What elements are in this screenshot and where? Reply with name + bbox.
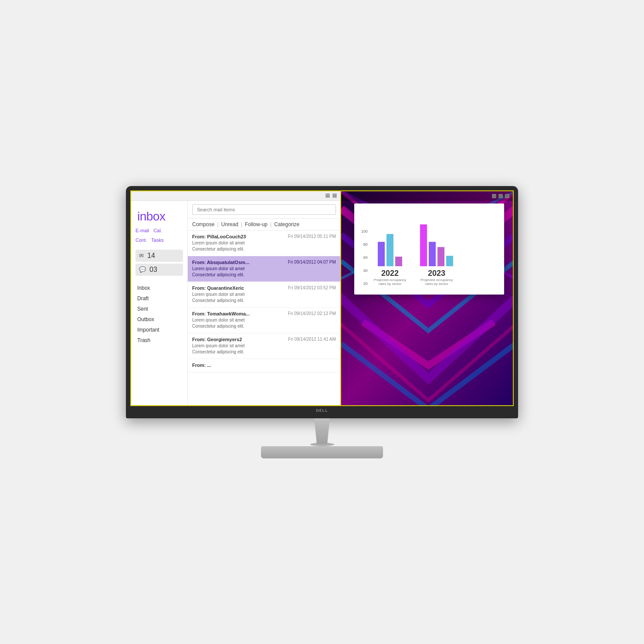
- chart-window: 100 80 60 40 20: [354, 203, 504, 295]
- brand-logo: DELL: [316, 408, 328, 413]
- email-item[interactable]: From: Georgiemyers2 Fri 09/14/2012 11:41…: [188, 333, 340, 359]
- chat-icon: 💬: [139, 266, 146, 273]
- followup-btn[interactable]: Follow-up: [245, 221, 268, 227]
- right-close-btn[interactable]: ✕: [505, 194, 509, 198]
- app-content: inbox E-mail Cal. Cont. Tasks ✉: [131, 201, 340, 405]
- email-date: Fri 09/14/2012 05:11 PM: [288, 234, 336, 239]
- mail-badge: ✉ 14: [136, 250, 183, 262]
- email-date: Fri 09/14/2012 02:13 PM: [288, 311, 336, 316]
- email-date: Fri 09/14/2012 11:41 AM: [288, 337, 336, 342]
- nav-tabs-2: Cont. Tasks: [131, 237, 187, 247]
- app-title: inbox: [131, 206, 187, 225]
- email-date: Fri 09/14/2012 04:07 PM: [288, 260, 336, 264]
- chat-count: 03: [149, 266, 157, 274]
- nav-tab-tasks[interactable]: Tasks: [151, 237, 163, 243]
- bar-2022-1: [378, 242, 385, 266]
- bar-2022-3: [395, 257, 402, 266]
- monitor-chin: DELL: [130, 406, 514, 415]
- email-body: Lorem ipsum dolor sit ametConsectetur ad…: [192, 343, 336, 355]
- stand-neck: [309, 418, 335, 444]
- chat-badge: 💬 03: [136, 264, 183, 276]
- email-body: Lorem ipsum dolor sit ametConsectetur ad…: [192, 266, 336, 278]
- minimize-btn[interactable]: —: [325, 193, 330, 198]
- titlebar-left: — □: [131, 191, 340, 201]
- chart-area: 100 80 60 40 20: [361, 210, 497, 286]
- categorize-btn[interactable]: Categorize: [274, 221, 299, 227]
- monitor-wrapper: — □ inbox E-mail Cal. Cont. Tasks: [126, 186, 518, 458]
- email-item[interactable]: From: QuarantineXeric Fri 09/14/2012 03:…: [188, 282, 340, 308]
- sidebar-item-trash[interactable]: Trash: [137, 335, 181, 346]
- nav-tab-calendar[interactable]: Cal.: [153, 228, 162, 233]
- y-label-40: 40: [361, 268, 368, 273]
- email-from: From: AbsquatulatOsm...: [192, 260, 249, 265]
- sidebar-item-draft[interactable]: Draft: [137, 293, 181, 304]
- email-item[interactable]: From: ...: [188, 359, 340, 373]
- sidebar-nav: Inbox Draft Sent Outbox Important Trash: [131, 283, 187, 346]
- compose-btn[interactable]: Compose: [192, 221, 214, 227]
- sidebar-item-outbox[interactable]: Outbox: [137, 314, 181, 325]
- chart-bars-2022: [378, 210, 402, 266]
- badge-row: ✉ 14 💬 03: [131, 247, 187, 278]
- unread-btn[interactable]: Unread: [221, 221, 238, 227]
- sidebar-item-important[interactable]: Important: [137, 325, 181, 335]
- email-header-row: From: AbsquatulatOsm... Fri 09/14/2012 0…: [192, 260, 336, 265]
- nav-tab-email[interactable]: E-mail: [136, 228, 149, 233]
- chart-sublabel-2023: Projected occupancyrates by sector: [420, 278, 453, 286]
- bar-2022-2: [386, 234, 393, 266]
- email-from: From: QuarantineXeric: [192, 285, 244, 291]
- email-from: From: TomahawkWoma...: [192, 311, 250, 316]
- search-bar: [188, 201, 340, 219]
- email-body: Lorem ipsum dolor sit ametConsectetur ad…: [192, 291, 336, 304]
- chart-sublabel-2022: Projected occupancyrates by sector: [374, 278, 406, 286]
- left-panel: — □ inbox E-mail Cal. Cont. Tasks: [131, 191, 341, 405]
- bar-2023-2: [429, 242, 436, 266]
- y-label-60: 60: [361, 255, 368, 260]
- sep-3: |: [270, 221, 271, 227]
- y-axis: 100 80 60 40 20: [361, 229, 368, 286]
- bar-2023-4: [446, 256, 453, 266]
- sidebar-item-sent[interactable]: Sent: [137, 304, 181, 314]
- email-header-row: From: QuarantineXeric Fri 09/14/2012 03:…: [192, 285, 336, 291]
- nav-tab-contacts[interactable]: Cont.: [136, 237, 147, 243]
- y-label-20: 20: [361, 281, 368, 286]
- email-item[interactable]: From: TomahawkWoma... Fri 09/14/2012 02:…: [188, 308, 340, 333]
- mail-icon: ✉: [139, 252, 144, 259]
- chart-bars-2023: [420, 210, 453, 266]
- sep-1: |: [217, 221, 218, 227]
- sidebar: inbox E-mail Cal. Cont. Tasks ✉: [131, 201, 188, 405]
- monitor-frame: — □ inbox E-mail Cal. Cont. Tasks: [126, 186, 518, 418]
- chart-year-2022: 2022: [381, 269, 399, 278]
- email-from: From: PillaLooCouch23: [192, 234, 246, 239]
- maximize-btn[interactable]: □: [332, 193, 337, 198]
- email-from: From: Georgiemyers2: [192, 337, 242, 342]
- email-item[interactable]: From: PillaLooCouch23 Fri 09/14/2012 05:…: [188, 230, 340, 256]
- bar-2023-3: [437, 247, 444, 266]
- email-from: From: ...: [192, 363, 211, 368]
- email-item-selected[interactable]: From: AbsquatulatOsm... Fri 09/14/2012 0…: [188, 256, 340, 282]
- email-list: From: PillaLooCouch23 Fri 09/14/2012 05:…: [188, 230, 340, 405]
- bar-2023-1: [420, 224, 427, 266]
- email-main: Compose | Unread | Follow-up | Categoriz…: [188, 201, 340, 405]
- titlebar-right: — □ ✕: [341, 191, 513, 201]
- right-panel: — □ ✕: [341, 191, 513, 405]
- sep-2: |: [241, 221, 242, 227]
- chart-group-2023: 2023 Projected occupancyrates by sector: [420, 210, 453, 286]
- email-header-row: From: TomahawkWoma... Fri 09/14/2012 02:…: [192, 311, 336, 316]
- right-minimize-btn[interactable]: —: [492, 194, 496, 198]
- email-header-row: From: PillaLooCouch23 Fri 09/14/2012 05:…: [192, 234, 336, 239]
- right-maximize-btn[interactable]: □: [498, 194, 503, 198]
- nav-tabs: E-mail Cal.: [131, 225, 187, 237]
- mail-count: 14: [147, 252, 155, 260]
- email-body: Lorem ipsum dolor sit ametConsectetur ad…: [192, 240, 336, 252]
- search-input[interactable]: [192, 204, 336, 215]
- stand-base: [261, 446, 383, 458]
- email-date: Fri 09/14/2012 03:52 PM: [288, 285, 336, 290]
- y-label-80: 80: [361, 242, 368, 247]
- email-header-row: From: Georgiemyers2 Fri 09/14/2012 11:41…: [192, 337, 336, 342]
- email-body: Lorem ipsum dolor sit ametConsectetur ad…: [192, 317, 336, 329]
- toolbar: Compose | Unread | Follow-up | Categoriz…: [188, 219, 340, 230]
- chart-year-2023: 2023: [428, 269, 445, 278]
- y-label-100: 100: [361, 229, 368, 234]
- chart-group-2022: 2022 Projected occupancyrates by sector: [374, 210, 406, 286]
- sidebar-item-inbox[interactable]: Inbox: [137, 283, 181, 293]
